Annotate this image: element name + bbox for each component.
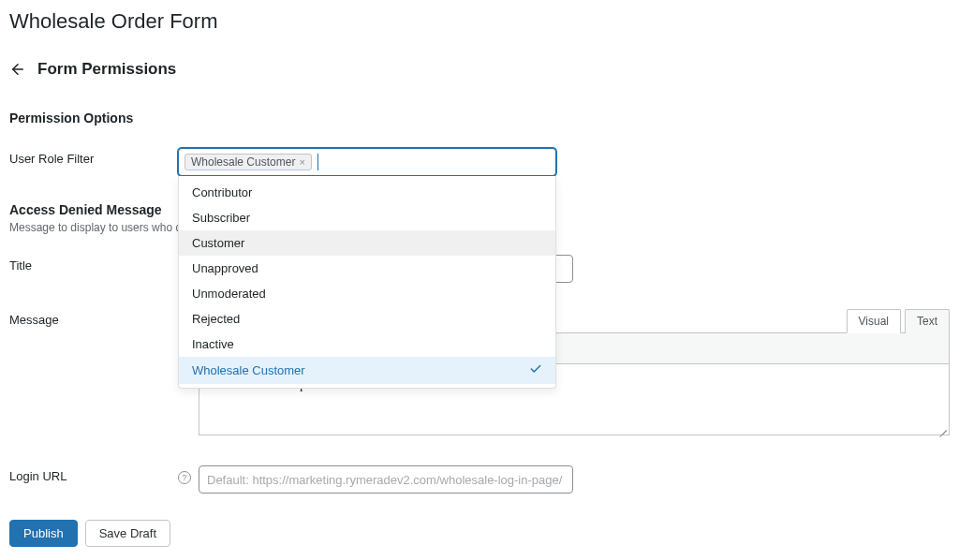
button-row: Publish Save Draft xyxy=(9,520,950,547)
label-login-url: Login URL xyxy=(9,469,178,483)
publish-button[interactable]: Publish xyxy=(9,520,78,547)
back-arrow-icon[interactable] xyxy=(9,61,26,78)
dropdown-item-label: Subscriber xyxy=(192,211,250,225)
label-title: Title xyxy=(9,258,178,273)
tab-text[interactable]: Text xyxy=(905,309,950,333)
label-message: Message xyxy=(9,313,178,327)
user-role-dropdown: ContributorSubscriberCustomerUnapprovedU… xyxy=(178,176,556,389)
user-role-filter-input[interactable]: Wholesale Customer × xyxy=(178,148,556,176)
resize-handle-icon[interactable] xyxy=(937,423,947,433)
dropdown-item[interactable]: Contributor xyxy=(179,180,555,205)
row-user-role-filter: User Role Filter Wholesale Customer × Co… xyxy=(9,148,950,176)
label-user-role-filter: User Role Filter xyxy=(9,152,178,166)
save-draft-button[interactable]: Save Draft xyxy=(85,520,170,547)
dropdown-item[interactable]: Customer xyxy=(179,230,555,256)
row-login-url: Login URL ? xyxy=(9,465,950,494)
section-heading-permission-options: Permission Options xyxy=(9,111,950,125)
login-url-input[interactable] xyxy=(199,465,573,494)
dropdown-item-label: Wholesale Customer xyxy=(192,363,305,377)
check-icon xyxy=(529,362,542,378)
dropdown-item[interactable]: Subscriber xyxy=(179,205,555,230)
dropdown-item-label: Rejected xyxy=(192,312,240,326)
dropdown-item-label: Unmoderated xyxy=(192,287,266,301)
dropdown-item-label: Inactive xyxy=(192,337,234,351)
tag-wholesale-customer: Wholesale Customer × xyxy=(184,154,312,170)
dropdown-item[interactable]: Wholesale Customer xyxy=(179,357,555,384)
subheader: Form Permissions xyxy=(9,60,950,79)
dropdown-item-label: Unapproved xyxy=(192,261,258,275)
subheader-title: Form Permissions xyxy=(37,60,176,79)
dropdown-item[interactable]: Unapproved xyxy=(179,256,555,281)
tab-visual[interactable]: Visual xyxy=(847,309,901,333)
dropdown-item-label: Contributor xyxy=(192,185,252,199)
dropdown-item[interactable]: Inactive xyxy=(179,332,555,357)
help-icon[interactable]: ? xyxy=(178,471,191,484)
tag-label: Wholesale Customer xyxy=(191,155,295,169)
page-title: Wholesale Order Form xyxy=(9,9,950,34)
dropdown-item-label: Customer xyxy=(192,236,244,250)
tag-remove-icon[interactable]: × xyxy=(299,157,304,168)
dropdown-item[interactable]: Unmoderated xyxy=(179,281,555,306)
dropdown-item[interactable]: Rejected xyxy=(179,306,555,332)
text-cursor xyxy=(317,154,318,170)
